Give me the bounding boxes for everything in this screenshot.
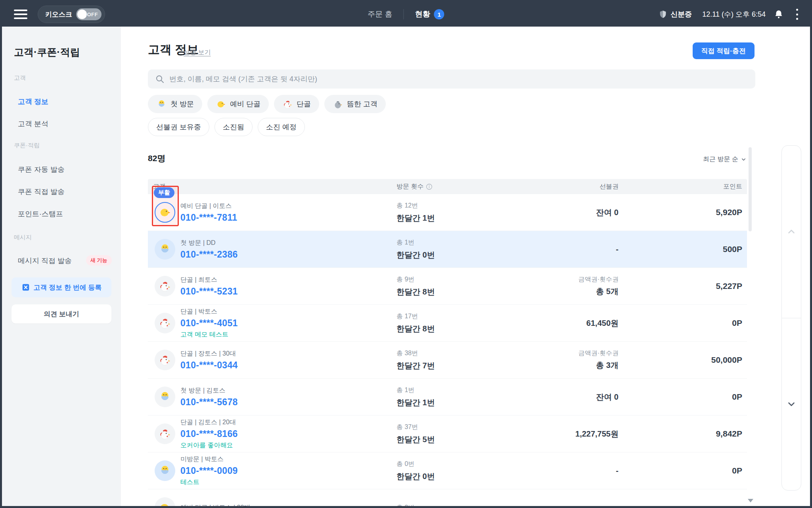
table-row[interactable]: 부활 예비 단골 | 이토스 010-****-7811 총 12번 한달간 1… — [148, 194, 747, 231]
visits-total: 총 37번 — [396, 423, 435, 431]
chick-icon — [216, 99, 226, 110]
customer-phone: 010-****-4051 — [180, 318, 238, 329]
table-row[interactable]: 단골 | 김토스 | 20대 010-****-8166 오커아를 좋아해요 총… — [148, 416, 747, 452]
customer-tier: 단골 | 최토스 — [180, 276, 238, 284]
nav-status[interactable]: 현황 1 — [415, 9, 444, 19]
page-scroll-control — [781, 145, 801, 491]
visits-month: 한달간 5번 — [396, 434, 435, 445]
customer-phone: 010-****-0344 — [180, 360, 238, 371]
identity-button[interactable]: 신분증 — [659, 10, 692, 19]
table-row[interactable]: 첫 방문 | 김토스 010-****-5678 총 1번 한달간 1번 잔여 … — [148, 379, 747, 416]
status-count-badge: 1 — [434, 9, 444, 19]
section-message: 메시지 — [14, 234, 32, 241]
info-icon[interactable] — [426, 183, 433, 190]
bulk-register-label: 고객 정보 한 번에 등록 — [34, 283, 102, 292]
customer-avatar — [155, 202, 175, 223]
filter-pre-regular[interactable]: 예비 단골 — [207, 95, 269, 113]
filter-exhausted[interactable]: 소진됨 — [214, 118, 253, 136]
prepaid-value: 총 5개 — [505, 286, 619, 297]
points-value: 0P — [663, 318, 742, 328]
kiosk-switch[interactable]: OFF — [76, 8, 102, 20]
filter-expiring[interactable]: 소진 예정 — [258, 118, 305, 136]
sidebar-item-coupon-direct[interactable]: 쿠폰 직접 발송 — [18, 187, 65, 196]
visits-month: 한달간 1번 — [396, 397, 435, 408]
customer-phone: 010-****-0009 — [180, 466, 238, 476]
filter-prepaid-holding[interactable]: 선불권 보유중 — [148, 118, 209, 136]
table-row[interactable]: 예비 단골 | 박토스 | 20대 총 2번 — [148, 489, 747, 506]
customer-tier: 단골 | 박토스 — [180, 308, 238, 316]
prepaid-type: 금액권·횟수권 — [505, 349, 619, 358]
visits-total: 총 38번 — [396, 349, 435, 358]
prepaid-value: 총 3개 — [505, 360, 619, 371]
customer-memo: 테스트 — [180, 478, 238, 487]
prepaid-value: 잔여 0 — [505, 392, 619, 402]
sidebar-item-coupon-auto[interactable]: 쿠폰 자동 발송 — [18, 165, 65, 174]
customer-tier: 미방문 | 박토스 — [180, 455, 238, 464]
hatching-chick-icon — [158, 464, 172, 477]
customer-tier: 단골 | 김토스 | 20대 — [180, 418, 238, 427]
scroll-down-arrow-icon[interactable] — [748, 499, 753, 502]
prepaid-value: - — [505, 466, 619, 475]
customer-table: 고객 방문 횟수 선불권 포인트 부활 예비 단골 | 이토스 010-** — [148, 179, 747, 506]
visits-month: 한달간 0번 — [396, 250, 435, 260]
sort-dropdown[interactable]: 최근 방문 순 — [703, 155, 747, 164]
col-prepaid: 선불권 — [505, 183, 619, 191]
filter-regular[interactable]: 단골 — [274, 95, 319, 113]
spreadsheet-icon — [21, 283, 30, 292]
customer-avatar — [155, 276, 175, 296]
points-value: 0P — [663, 392, 742, 402]
app-window: 키오스크 OFF 주문 홈 현황 1 신분증 12.11 (수) 오후 6:54 — [0, 0, 812, 508]
visits-total: 총 2번 — [396, 504, 414, 506]
table-row[interactable]: 단골 | 장토스 | 30대 010-****-0344 총 38번 한달간 7… — [148, 342, 747, 379]
search-icon — [155, 74, 165, 84]
customer-tier: 예비 단골 | 이토스 — [180, 202, 237, 210]
filter-first-visit[interactable]: 첫 방문 — [148, 95, 202, 113]
sidebar-item-customer-info[interactable]: 고객 정보 — [18, 97, 48, 106]
sidebar-item-customer-analysis[interactable]: 고객 분석 — [18, 119, 48, 129]
visits-total: 총 9번 — [396, 275, 435, 284]
search-bar[interactable] — [148, 69, 755, 89]
table-row[interactable]: 단골 | 박토스 010-****-4051 고객 메모 테스트 총 17번 한… — [148, 305, 747, 342]
visits-total: 총 1번 — [396, 239, 435, 247]
visits-total: 총 12번 — [396, 202, 435, 210]
prepaid-value: - — [505, 245, 619, 254]
section-customer: 고객 — [14, 74, 26, 82]
visits-month: 한달간 7번 — [396, 360, 435, 371]
chevron-up-icon — [786, 227, 797, 237]
page-down-button[interactable] — [782, 318, 801, 491]
sort-label: 최근 방문 순 — [703, 155, 738, 164]
new-feature-badge: 새 기능 — [86, 255, 112, 266]
customer-memo: 고객 메모 테스트 — [180, 331, 238, 339]
hatching-chick-icon — [158, 242, 172, 256]
section-coupon: 쿠폰·적립 — [14, 142, 40, 149]
gray-hen-icon — [333, 99, 343, 110]
nav-order-home[interactable]: 주문 홈 — [368, 9, 392, 19]
customer-phone: 010-****-8166 — [180, 429, 238, 439]
customer-avatar — [155, 313, 175, 333]
sidebar-item-message-direct[interactable]: 메시지 직접 발송 — [18, 256, 72, 266]
table-row[interactable]: 첫 방문 | DD 010-****-2386 총 1번 한달간 0번 - 50… — [148, 231, 747, 268]
table-row[interactable]: 단골 | 최토스 010-****-5231 총 9번 한달간 8번 금액권·횟… — [148, 268, 747, 305]
filter-infrequent[interactable]: 뜸한 고객 — [324, 95, 386, 113]
sidebar-item-points-stamp[interactable]: 포인트·스탬프 — [18, 209, 63, 219]
table-row[interactable]: 미방문 | 박토스 010-****-0009 테스트 총 0번 한달간 0번 … — [148, 452, 747, 489]
toggle-knob-icon — [77, 10, 87, 19]
description-link[interactable]: 설명 보기 — [184, 48, 211, 57]
customer-avatar — [155, 423, 175, 444]
shield-icon — [659, 10, 667, 19]
direct-charge-button[interactable]: 직접 적립·충전 — [693, 42, 755, 59]
kebab-menu-icon[interactable] — [796, 9, 798, 20]
hatching-chick-icon — [158, 390, 172, 404]
page-up-button[interactable] — [782, 146, 801, 318]
bulk-register-button[interactable]: 고객 정보 한 번에 등록 — [11, 277, 111, 297]
bell-icon[interactable] — [774, 9, 784, 19]
search-input[interactable] — [169, 75, 748, 83]
feedback-button[interactable]: 의견 보내기 — [11, 304, 111, 323]
customer-phone: 010-****-5678 — [180, 397, 238, 408]
customer-tier: 첫 방문 | DD — [180, 239, 238, 247]
scrollbar-thumb[interactable] — [749, 147, 752, 231]
filter-label: 첫 방문 — [170, 99, 194, 109]
kiosk-toggle[interactable]: 키오스크 OFF — [38, 6, 105, 23]
menu-icon[interactable] — [14, 10, 27, 19]
customer-avatar — [155, 350, 175, 370]
